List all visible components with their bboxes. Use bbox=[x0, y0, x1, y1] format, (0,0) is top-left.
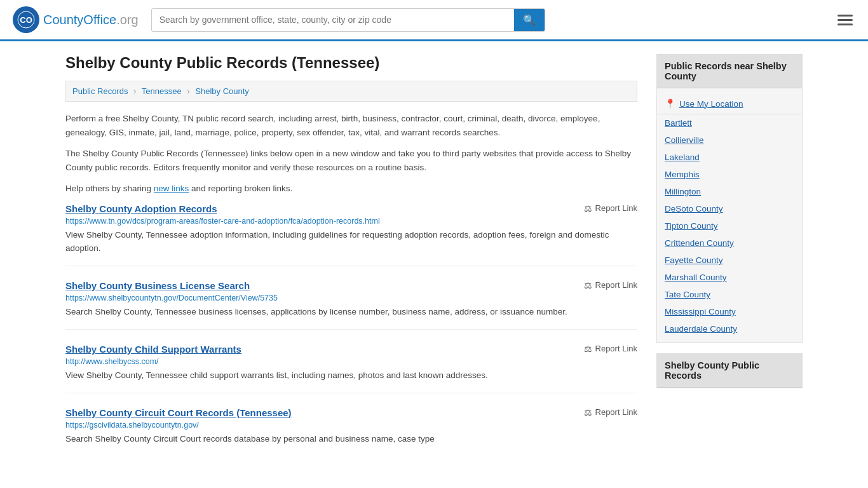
description-2: The Shelby County Public Records (Tennes… bbox=[65, 147, 637, 174]
sidebar-nearby-item: Fayette County bbox=[657, 252, 802, 269]
search-button[interactable]: 🔍 bbox=[514, 9, 545, 31]
nearby-link[interactable]: Crittenden County bbox=[665, 238, 734, 248]
main-container: Shelby County Public Records (Tennessee)… bbox=[53, 41, 815, 483]
record-title-link[interactable]: Shelby County Child Support Warrants bbox=[65, 344, 241, 355]
sidebar-nearby-item: Tipton County bbox=[657, 217, 802, 234]
nearby-link[interactable]: Memphis bbox=[665, 170, 700, 179]
record-title-link[interactable]: Shelby County Adoption Records bbox=[65, 203, 217, 214]
nearby-link[interactable]: DeSoto County bbox=[665, 204, 723, 214]
use-location: 📍 Use My Location bbox=[657, 93, 802, 114]
svg-text:CO: CO bbox=[20, 15, 32, 25]
location-pin-icon: 📍 bbox=[665, 98, 675, 109]
record-header: Shelby County Adoption Records ⚖ Report … bbox=[65, 203, 637, 214]
sidebar-nearby-item: Memphis bbox=[657, 166, 802, 183]
nearby-link[interactable]: Lauderdale County bbox=[665, 324, 737, 334]
nearby-header: Public Records near Shelby County bbox=[657, 55, 802, 88]
nearby-links-list: BartlettColliervilleLakelandMemphisMilli… bbox=[657, 114, 802, 337]
record-url[interactable]: http://www.shelbycss.com/ bbox=[65, 357, 637, 366]
record-header: Shelby County Child Support Warrants ⚖ R… bbox=[65, 344, 637, 355]
report-link-button[interactable]: ⚖ Report Link bbox=[584, 344, 637, 354]
record-item: Shelby County Child Support Warrants ⚖ R… bbox=[65, 344, 637, 393]
logo[interactable]: CO CountyOffice.org bbox=[13, 6, 139, 33]
breadcrumb-link-tennessee[interactable]: Tennessee bbox=[142, 86, 182, 96]
nearby-link[interactable]: Bartlett bbox=[665, 118, 692, 128]
records-list: Shelby County Adoption Records ⚖ Report … bbox=[65, 203, 637, 456]
sidebar: Public Records near Shelby County 📍 Use … bbox=[656, 54, 803, 470]
record-description: View Shelby County, Tennessee adoption i… bbox=[65, 229, 637, 255]
menu-line bbox=[837, 15, 853, 17]
report-link-button[interactable]: ⚖ Report Link bbox=[584, 203, 637, 214]
record-url[interactable]: https://www.tn.gov/dcs/program-areas/fos… bbox=[65, 217, 637, 226]
record-description: Search Shelby County, Tennessee business… bbox=[65, 306, 637, 319]
nearby-link[interactable]: Tipton County bbox=[665, 221, 718, 231]
record-item: Shelby County Circuit Court Records (Ten… bbox=[65, 407, 637, 456]
report-icon: ⚖ bbox=[584, 407, 592, 417]
sidebar-nearby-item: Crittenden County bbox=[657, 234, 802, 252]
hamburger-menu-button[interactable] bbox=[835, 12, 855, 28]
sidebar-nearby-item: Marshall County bbox=[657, 269, 802, 286]
new-links-link[interactable]: new links bbox=[154, 184, 189, 193]
nearby-link[interactable]: Fayette County bbox=[665, 255, 723, 265]
record-url[interactable]: https://www.shelbycountytn.gov/DocumentC… bbox=[65, 294, 637, 302]
menu-line bbox=[837, 19, 853, 21]
record-description: View Shelby County, Tennessee child supp… bbox=[65, 369, 637, 383]
nearby-link[interactable]: Tate County bbox=[665, 290, 710, 299]
logo-text: CountyOffice.org bbox=[43, 13, 139, 27]
report-link-label: Report Link bbox=[595, 407, 637, 417]
nearby-link[interactable]: Millington bbox=[665, 187, 701, 196]
records-section: Shelby County Public Records bbox=[656, 353, 803, 388]
record-item: Shelby County Adoption Records ⚖ Report … bbox=[65, 203, 637, 266]
description-1: Perform a free Shelby County, TN public … bbox=[65, 112, 637, 139]
breadcrumb-separator: › bbox=[187, 86, 189, 96]
report-link-label: Report Link bbox=[595, 280, 637, 290]
record-url[interactable]: https://gscivildata.shelbycountytn.gov/ bbox=[65, 421, 637, 430]
page-title: Shelby County Public Records (Tennessee) bbox=[65, 54, 637, 72]
nearby-section: Public Records near Shelby County 📍 Use … bbox=[656, 54, 803, 343]
report-link-label: Report Link bbox=[595, 203, 637, 213]
nearby-link[interactable]: Marshall County bbox=[665, 273, 727, 282]
breadcrumb-link-public-records[interactable]: Public Records bbox=[72, 86, 128, 96]
use-location-link[interactable]: Use My Location bbox=[679, 99, 743, 109]
report-icon: ⚖ bbox=[584, 280, 592, 290]
record-description: Search Shelby County Circuit Court recor… bbox=[65, 433, 637, 446]
report-icon: ⚖ bbox=[584, 344, 592, 354]
records-section-header: Shelby County Public Records bbox=[657, 354, 802, 388]
sidebar-nearby-item: Lauderdale County bbox=[657, 320, 802, 337]
nearby-body: 📍 Use My Location BartlettColliervilleLa… bbox=[657, 88, 802, 342]
breadcrumb-link-shelby-county[interactable]: Shelby County bbox=[195, 86, 249, 96]
content-area: Shelby County Public Records (Tennessee)… bbox=[65, 54, 637, 470]
menu-line bbox=[837, 24, 853, 25]
logo-icon: CO bbox=[13, 6, 39, 33]
report-icon: ⚖ bbox=[584, 203, 592, 214]
record-header: Shelby County Circuit Court Records (Ten… bbox=[65, 407, 637, 418]
record-title-link[interactable]: Shelby County Circuit Court Records (Ten… bbox=[65, 407, 292, 418]
sidebar-nearby-item: Bartlett bbox=[657, 114, 802, 132]
sidebar-nearby-item: Tate County bbox=[657, 286, 802, 303]
report-link-label: Report Link bbox=[595, 344, 637, 353]
search-bar: 🔍 bbox=[151, 8, 545, 32]
breadcrumb: Public Records › Tennessee › Shelby Coun… bbox=[65, 81, 637, 102]
record-item: Shelby County Business License Search ⚖ … bbox=[65, 280, 637, 330]
nearby-link[interactable]: Collierville bbox=[665, 135, 704, 145]
nearby-link[interactable]: Mississippi County bbox=[665, 307, 736, 316]
sidebar-nearby-item: Collierville bbox=[657, 132, 802, 149]
nearby-link[interactable]: Lakeland bbox=[665, 152, 700, 162]
site-header: CO CountyOffice.org 🔍 bbox=[0, 0, 868, 41]
sidebar-nearby-item: Millington bbox=[657, 183, 802, 200]
sidebar-nearby-item: DeSoto County bbox=[657, 200, 802, 217]
report-link-button[interactable]: ⚖ Report Link bbox=[584, 407, 637, 417]
breadcrumb-separator: › bbox=[133, 86, 136, 96]
sidebar-nearby-item: Mississippi County bbox=[657, 303, 802, 320]
report-link-button[interactable]: ⚖ Report Link bbox=[584, 280, 637, 290]
record-title-link[interactable]: Shelby County Business License Search bbox=[65, 280, 250, 291]
sidebar-nearby-item: Lakeland bbox=[657, 149, 802, 166]
description-3: Help others by sharing new links and rep… bbox=[65, 182, 637, 196]
record-header: Shelby County Business License Search ⚖ … bbox=[65, 280, 637, 291]
search-input[interactable] bbox=[152, 10, 514, 30]
search-icon: 🔍 bbox=[523, 15, 536, 25]
